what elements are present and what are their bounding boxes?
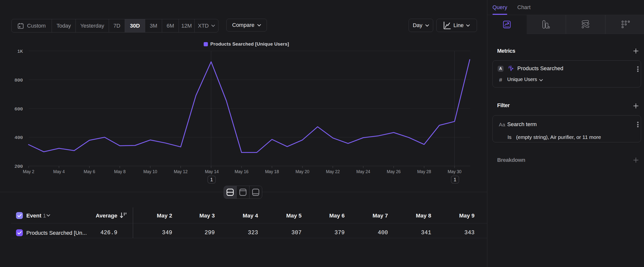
svg-text:May 10: May 10 bbox=[144, 169, 158, 174]
svg-text:May 14: May 14 bbox=[205, 169, 219, 174]
svg-text:May 28: May 28 bbox=[417, 169, 431, 174]
svg-text:800: 800 bbox=[14, 78, 23, 83]
svg-text:400: 400 bbox=[14, 135, 23, 140]
svg-text:May 24: May 24 bbox=[356, 169, 370, 174]
svg-text:May 26: May 26 bbox=[387, 169, 400, 174]
svg-text:May 2: May 2 bbox=[23, 169, 34, 174]
svg-text:May 22: May 22 bbox=[326, 169, 340, 174]
svg-text:May 8: May 8 bbox=[114, 169, 126, 174]
svg-text:600: 600 bbox=[14, 106, 23, 112]
svg-text:May 30: May 30 bbox=[448, 169, 462, 174]
svg-text:1K: 1K bbox=[17, 49, 23, 54]
svg-text:200: 200 bbox=[14, 164, 23, 169]
svg-text:May 6: May 6 bbox=[84, 169, 95, 174]
svg-text:May 18: May 18 bbox=[265, 169, 279, 174]
svg-text:1: 1 bbox=[210, 177, 213, 182]
svg-text:May 12: May 12 bbox=[174, 169, 188, 174]
svg-text:May 16: May 16 bbox=[235, 169, 248, 174]
svg-text:May 4: May 4 bbox=[53, 169, 65, 174]
svg-text:1: 1 bbox=[454, 177, 456, 182]
svg-text:May 20: May 20 bbox=[296, 169, 310, 174]
